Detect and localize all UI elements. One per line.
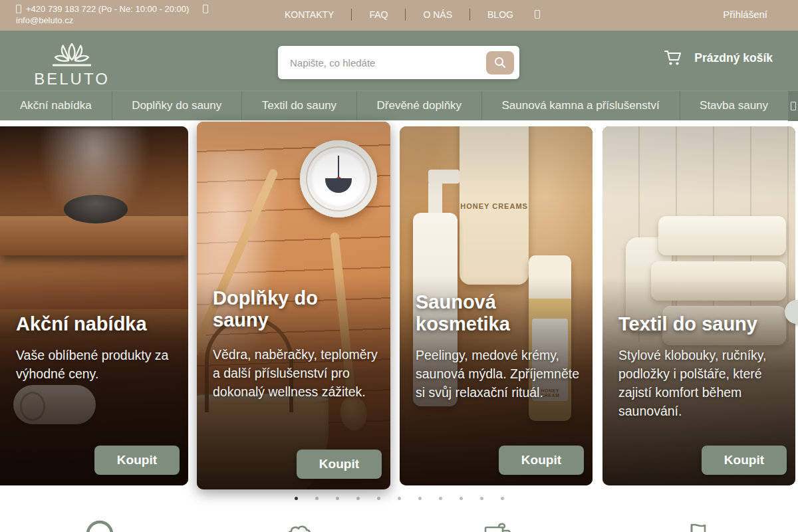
- topbar-phone: +420 739 183 722 (Po - Ne: 10:00 - 20:00…: [26, 3, 189, 15]
- features-row: [0, 519, 798, 532]
- carousel-dot[interactable]: [501, 497, 504, 500]
- carousel-dot[interactable]: [398, 497, 401, 500]
- carousel-dot[interactable]: [439, 497, 442, 500]
- search-box: [278, 46, 519, 79]
- carousel-card-akcni-nabidka[interactable]: Akční nabídka Vaše oblíbené produkty za …: [0, 126, 188, 485]
- card-description: Stylové klobouky, ručníky, podložky i po…: [618, 346, 785, 420]
- topbar-extra-icon[interactable]: [535, 10, 540, 19]
- topbar-link-kontakty[interactable]: KONTAKTY: [277, 9, 351, 20]
- nav-item-textil-do-sauny[interactable]: Textil do sauny: [242, 91, 356, 120]
- clock-icon: [85, 519, 114, 532]
- search-icon: [494, 57, 506, 68]
- card-title: Doplňky do sauny: [213, 287, 378, 331]
- category-carousel: Akční nabídka Vaše oblíbené produkty za …: [0, 122, 798, 493]
- topbar-link-blog[interactable]: BLOG: [470, 9, 531, 20]
- card-title: Saunová kosmetika: [416, 291, 581, 335]
- header: BELUTO Prázdný košík: [0, 31, 798, 90]
- carousel-dot[interactable]: [315, 497, 319, 500]
- page: +420 739 183 722 (Po - Ne: 10:00 - 20:00…: [0, 0, 798, 532]
- login-link[interactable]: Přihlášení: [723, 9, 767, 20]
- cart-button[interactable]: Prázdný košík: [664, 49, 773, 66]
- topbar-links: KONTAKTY FAQ O NÁS BLOG: [277, 9, 531, 21]
- carousel-dot[interactable]: [336, 497, 339, 500]
- buy-button[interactable]: Koupit: [94, 446, 180, 475]
- cart-label: Prázdný košík: [694, 51, 773, 65]
- card-title: Textil do sauny: [618, 313, 783, 335]
- topbar-link-o-nas[interactable]: O NÁS: [406, 9, 469, 20]
- search-button[interactable]: [486, 51, 514, 74]
- buy-button[interactable]: Koupit: [702, 446, 787, 475]
- carousel-card-doplnky-do-sauny[interactable]: Doplňky do sauny Vědra, naběračky, teplo…: [197, 122, 390, 489]
- card-title: Akční nabídka: [16, 313, 176, 335]
- carousel-dot[interactable]: [480, 497, 483, 500]
- search-input[interactable]: [290, 57, 486, 68]
- carousel-card-saunova-kosmetika[interactable]: HONEY CREAMS HONEY CREAM Saunová kosmeti…: [400, 126, 593, 485]
- nav-item-akcni-nabidka[interactable]: Akční nabídka: [0, 91, 112, 120]
- carousel-dot[interactable]: [377, 497, 380, 500]
- buy-button[interactable]: Koupit: [297, 450, 382, 479]
- topbar-email[interactable]: info@beluto.cz: [16, 15, 73, 26]
- email-icon: [203, 5, 208, 13]
- topbar-link-faq[interactable]: FAQ: [352, 9, 405, 20]
- buy-button[interactable]: Koupit: [499, 446, 584, 475]
- carousel-dots: [0, 497, 798, 500]
- nav-menu-button[interactable]: [788, 91, 798, 121]
- flag-icon: [684, 519, 713, 532]
- cart-icon: [664, 49, 682, 66]
- delivery-truck-icon: [483, 519, 515, 532]
- card-description: Vaše oblíbené produkty za výhodné ceny.: [16, 346, 178, 383]
- main-nav: Akční nabídka Doplňky do sauny Textil do…: [0, 90, 798, 120]
- carousel-card-textil-do-sauny[interactable]: Textil do sauny Stylové klobouky, ručník…: [602, 126, 795, 485]
- quality-cloud-icon: [285, 519, 314, 532]
- card-description: Peelingy, medové krémy, saunová mýdla. Z…: [416, 346, 582, 402]
- brand-name: BELUTO: [32, 70, 112, 88]
- carousel-dot[interactable]: [295, 497, 298, 500]
- carousel-dot[interactable]: [460, 497, 463, 500]
- nav-item-stavba-sauny[interactable]: Stavba sauny: [680, 91, 788, 120]
- card-description: Vědra, naběračky, teploměry a další přís…: [213, 345, 380, 401]
- carousel-dot[interactable]: [356, 497, 360, 500]
- carousel-dot[interactable]: [418, 497, 422, 500]
- nav-item-saunova-kamna[interactable]: Saunová kamna a příslušenství: [481, 91, 679, 120]
- nav-item-doplnky-do-sauny[interactable]: Doplňky do sauny: [112, 91, 241, 120]
- phone-icon: [16, 5, 21, 13]
- lotus-icon: [46, 40, 98, 69]
- brand-logo[interactable]: BELUTO: [32, 40, 112, 88]
- menu-icon: [791, 102, 796, 110]
- topbar-contact: +420 739 183 722 (Po - Ne: 10:00 - 20:00…: [16, 3, 208, 26]
- nav-item-drevene-doplnky[interactable]: Dřevěné doplňky: [357, 91, 482, 120]
- topbar: +420 739 183 722 (Po - Ne: 10:00 - 20:00…: [0, 0, 798, 31]
